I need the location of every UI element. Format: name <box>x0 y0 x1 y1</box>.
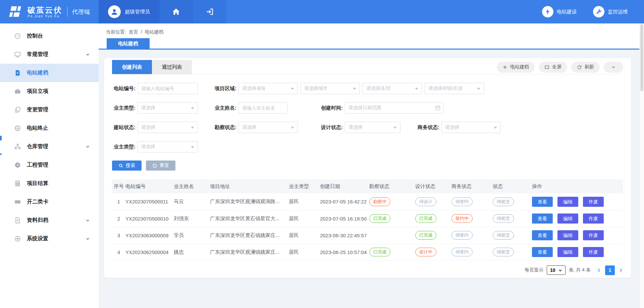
pagination: 每页显示 10 条, 共 4 条 1 <box>112 265 623 275</box>
copy-icon <box>14 106 21 113</box>
reset-button[interactable]: 重置 <box>146 161 175 171</box>
search-button[interactable]: 搜索 <box>112 161 142 171</box>
sidebar-item-label: 项目结算 <box>27 180 48 187</box>
date-range-input[interactable]: 请选择日期范围 <box>345 102 444 114</box>
sidebar-item-label: 资料归档 <box>27 217 48 224</box>
sidebar-item-station-terminate[interactable]: 电站终止 <box>0 119 99 137</box>
breadcrumb-prefix: 当前位置: <box>106 29 126 35</box>
breadcrumb-home[interactable]: 首页 <box>129 29 138 35</box>
sidebar-item-data-archive[interactable]: 资料归档 <box>0 211 99 230</box>
table-row: 4 YX2023062500004 姚忠 广东深圳龙华区观澜镇姚家庄... 居民… <box>112 244 623 260</box>
business-status-select[interactable]: 请选择 <box>441 122 501 133</box>
col-address: 项目地址 <box>210 179 289 193</box>
home-icon <box>172 7 180 16</box>
sidebar-item-type2-card[interactable]: 开二类卡 <box>0 193 99 211</box>
owner-type-select[interactable]: 请选择 <box>138 102 198 114</box>
per-page-label: 每页显示 <box>525 267 543 273</box>
sidebar-item-warehouse[interactable]: 仓库管理 <box>0 137 99 156</box>
status-badge: 待签约 <box>451 231 473 240</box>
tab-create-list[interactable]: 创建列表 <box>112 60 152 74</box>
town-select[interactable]: 请选择村镇/街道 <box>425 83 484 94</box>
next-page-button[interactable] <box>618 268 623 273</box>
sidebar-item-label: 电站终止 <box>27 125 48 132</box>
page-tab-station-archive[interactable]: 电站建档 <box>107 38 150 49</box>
sidebar-item-label: 开二类卡 <box>27 198 48 205</box>
nav-monitor-ops-label: 监控运维 <box>608 9 628 15</box>
scrollbar-thumb[interactable] <box>640 24 643 91</box>
user-menu[interactable]: 超级管理员 <box>99 0 159 23</box>
sidebar-item-general-mgmt[interactable]: 常规管理 <box>0 45 99 64</box>
edit-button[interactable]: 编辑 <box>557 230 578 240</box>
page-number-1[interactable]: 1 <box>605 265 615 275</box>
owner-type2-select[interactable]: 请选择 <box>138 141 198 152</box>
archive-file-icon <box>14 217 21 224</box>
avatar <box>108 5 121 18</box>
chevron-right-icon <box>618 268 623 273</box>
username: 超级管理员 <box>125 9 150 15</box>
status-badge: 待提交 <box>493 248 514 256</box>
home-button[interactable] <box>159 0 193 23</box>
status-badge: 待提交 <box>493 231 514 240</box>
survey-status-label: 勘察状态: <box>213 124 238 131</box>
void-button[interactable]: 作废 <box>583 230 604 240</box>
edit-button[interactable]: 编辑 <box>557 213 578 224</box>
nav-monitor-ops[interactable]: 监控运维 <box>593 6 628 17</box>
plus-icon <box>502 65 507 70</box>
table-row: 2 YX2023070500010 刘强东 广东深圳龙华区黄石镇星官大... 居… <box>112 210 623 227</box>
status-badge: 勘察中 <box>369 197 390 206</box>
col-business: 商务状态 <box>451 179 493 193</box>
build-status-label: 建站状态: <box>112 124 138 131</box>
col-actions: 操作 <box>532 179 623 193</box>
table-row: 1 YX2023070500011 马云 广东深圳龙华区观澜镇观湖路... 居民… <box>112 193 623 210</box>
view-button[interactable]: 查看 <box>532 213 553 224</box>
prev-page-button[interactable] <box>597 268 602 273</box>
refresh-button[interactable]: 刷新 <box>571 62 600 73</box>
collapse-button[interactable] <box>604 62 623 73</box>
county-select[interactable]: 请选择县/区 <box>363 83 422 94</box>
table-header-row: 序号 电站编号 业主姓名 项目地址 业主类型 创建日期 勘察状态 设计状态 商务… <box>112 179 623 193</box>
design-status-label: 设计状态: <box>319 124 345 131</box>
status-badge: 待设计 <box>415 197 436 206</box>
per-page-select[interactable]: 10 <box>547 265 566 275</box>
view-button[interactable]: 查看 <box>532 197 553 207</box>
void-button[interactable]: 作废 <box>583 247 604 257</box>
create-station-button[interactable]: 电站建档 <box>497 62 535 73</box>
sidebar-item-project-init[interactable]: 项目立项 <box>0 82 99 101</box>
fullscreen-icon <box>544 65 549 70</box>
edit-button[interactable]: 编辑 <box>557 247 578 257</box>
status-badge: 待签约 <box>451 197 473 206</box>
document-icon <box>14 69 21 76</box>
sidebar-item-engineering[interactable]: 工程管理 <box>0 156 99 174</box>
tab-passed-list[interactable]: 通过列表 <box>152 60 192 74</box>
fullscreen-button[interactable]: 全屏 <box>539 62 567 73</box>
page-scrollbar[interactable] <box>639 23 644 308</box>
status-badge: 已完成 <box>415 231 436 240</box>
void-button[interactable]: 作废 <box>583 213 604 224</box>
sidebar-item-change-mgmt[interactable]: 变更管理 <box>0 101 99 119</box>
station-no-input[interactable] <box>138 83 198 94</box>
view-button[interactable]: 查看 <box>532 247 553 257</box>
user-icon <box>110 8 118 16</box>
status-badge: 待签约 <box>451 248 473 256</box>
sidebar-item-station-archive[interactable]: 电站建档 <box>0 64 99 82</box>
status-badge: 签约中 <box>451 214 473 223</box>
design-status-select[interactable]: 请选择 <box>345 122 400 133</box>
sidebar-item-console[interactable]: 控制台 <box>0 27 99 45</box>
col-status: 状态 <box>493 179 532 193</box>
region-label: 项目区域: <box>213 85 238 92</box>
void-button[interactable]: 作废 <box>583 197 604 207</box>
status-badge: 已完成 <box>369 248 390 256</box>
build-status-select[interactable]: 请选择 <box>138 122 198 133</box>
nav-station-build[interactable]: 电站建设 <box>542 6 577 17</box>
status-badge: 待提交 <box>493 214 514 223</box>
brand-logo: 破茧云伏 Po Jian Yun Fu 代理端 <box>0 0 99 23</box>
city-select[interactable]: 请选择城市 <box>301 83 360 94</box>
sidebar-item-system-settings[interactable]: 系统设置 <box>0 230 99 248</box>
edit-button[interactable]: 编辑 <box>557 197 578 207</box>
logout-button[interactable] <box>193 0 226 23</box>
view-button[interactable]: 查看 <box>532 230 553 240</box>
sidebar-item-settlement[interactable]: 项目结算 <box>0 174 99 193</box>
owner-name-input[interactable] <box>238 102 288 114</box>
province-select[interactable]: 请选择省份 <box>238 83 298 94</box>
survey-status-select[interactable]: 请选择 <box>238 122 298 133</box>
